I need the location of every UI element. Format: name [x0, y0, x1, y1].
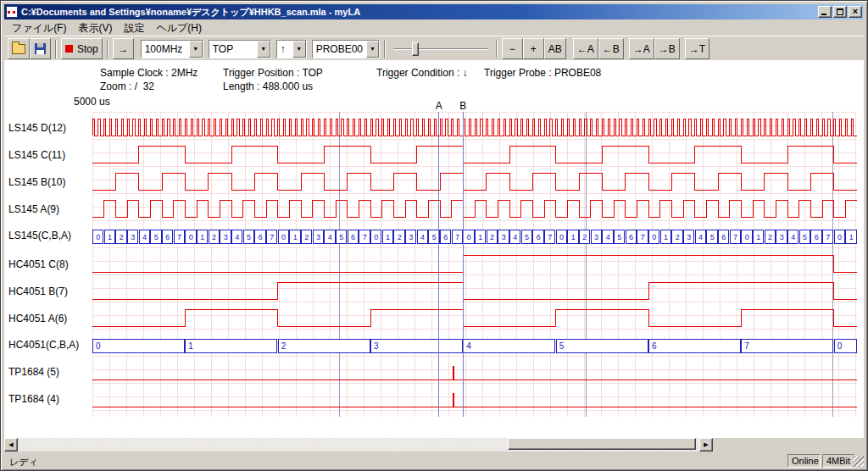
set-cursor-b-button[interactable]: →B — [654, 38, 680, 59]
bus-cell-value: 7 — [826, 233, 830, 241]
bus-cell — [556, 339, 648, 352]
bus-cell — [371, 339, 463, 352]
goto-trigger-button[interactable]: →T — [685, 38, 709, 59]
bus-cell — [649, 339, 741, 352]
title-bar[interactable]: C:¥Documents and Settings¥noname¥デスクトップ¥… — [4, 4, 864, 19]
bus-cell-value: 5 — [803, 233, 807, 241]
bus-cell-value: 1 — [386, 233, 390, 241]
bus-cell-value: 3 — [409, 233, 413, 241]
open-folder-icon — [12, 44, 25, 54]
bus-cell-value: 5 — [339, 233, 343, 241]
bus-cell-value: 2 — [398, 233, 402, 241]
channel-label: LS145 C(11) — [8, 149, 65, 161]
bus-cell-value: 7 — [363, 233, 367, 241]
bus-cell-value: 1 — [200, 233, 204, 241]
trigger-edge-select[interactable]: ↑ ▼ — [276, 40, 307, 58]
sample-clock-select[interactable]: 100MHz ▼ — [141, 40, 203, 58]
waveform-trace — [92, 282, 857, 299]
sample-clock-value: 100MHz — [142, 41, 186, 58]
bus-cell-value: 2 — [281, 341, 287, 351]
bus-cell-value: 3 — [594, 233, 598, 241]
channel-label: HC4051 C(8) — [8, 258, 69, 270]
channel-label: TP1684 (5) — [8, 366, 59, 378]
open-button[interactable] — [8, 38, 30, 59]
bus-cell-value: 3 — [687, 233, 691, 241]
chevron-down-icon[interactable]: ▼ — [292, 41, 306, 58]
bus-cell-value: 6 — [443, 233, 448, 241]
trigger-position-value: TOP — [209, 41, 236, 58]
bus-cell-value: 7 — [733, 233, 737, 241]
set-cursor-a-button[interactable]: →A — [629, 38, 654, 59]
chevron-down-icon[interactable]: ▼ — [189, 41, 203, 58]
cursor-a-label[interactable]: A — [436, 100, 442, 112]
goto-cursor-a-button[interactable]: ←A — [573, 38, 598, 59]
bus-cell-value: 7 — [270, 233, 274, 241]
status-memory-badge: 4MBit — [822, 454, 855, 468]
waveform-trace — [92, 119, 857, 136]
trigger-position-select[interactable]: TOP ▼ — [209, 40, 271, 58]
bus-cell-value: 6 — [537, 233, 541, 241]
menu-help[interactable]: ヘルプ(H) — [150, 20, 208, 36]
bus-cell-value: 5 — [710, 233, 715, 241]
scroll-left-icon[interactable]: ◀ — [4, 438, 18, 452]
menu-bar: ファイル(F) 表示(V) 設定 ヘルプ(H) — [4, 20, 864, 36]
run-button[interactable]: → — [113, 38, 134, 59]
zoom-in-button[interactable]: + — [523, 38, 544, 59]
zoom-out-button[interactable]: − — [502, 38, 523, 59]
goto-cursor-b-button[interactable]: ←B — [598, 38, 624, 59]
bus-cell-value: 4 — [606, 233, 610, 241]
maximize-icon — [837, 8, 843, 15]
status-ready-text: レディ — [9, 456, 38, 468]
maximize-button[interactable] — [833, 6, 847, 18]
scrollbar-thumb[interactable] — [508, 438, 696, 450]
bus-cell-value: 3 — [374, 341, 379, 351]
horizontal-scrollbar[interactable]: ◀ ▶ — [4, 438, 713, 452]
stop-button[interactable]: Stop — [61, 38, 103, 59]
channel-label: LS145(C,B,A) — [8, 230, 71, 241]
bus-cell-value: 3 — [316, 233, 320, 241]
bus-cell-value: 4 — [235, 233, 239, 241]
menu-settings[interactable]: 設定 — [118, 20, 150, 36]
zoom-info: Zoom : / 32 — [100, 80, 154, 92]
bus-cell-value: 3 — [224, 233, 228, 241]
cursor-b-label[interactable]: B — [459, 100, 466, 112]
close-button[interactable]: × — [849, 6, 862, 18]
bus-cell-value: 5 — [559, 341, 565, 351]
chevron-down-icon[interactable]: ▼ — [366, 41, 379, 58]
bus-cell-value: 3 — [780, 233, 784, 241]
bus-cell-value: 6 — [351, 233, 355, 241]
bus-cell-value: 4 — [513, 233, 517, 241]
zoom-slider-track — [393, 48, 488, 50]
channel-label: LS145 B(10) — [8, 176, 65, 188]
ab-range-button[interactable]: AB — [544, 38, 566, 59]
minimize-icon — [821, 14, 826, 15]
scroll-right-icon[interactable]: ▶ — [699, 438, 713, 452]
bus-cell-value: 1 — [849, 233, 854, 241]
bus-cell-value: 1 — [478, 233, 482, 241]
resize-grip[interactable] — [853, 456, 864, 467]
scrollbar-track[interactable] — [18, 438, 699, 452]
chevron-down-icon[interactable]: ▼ — [257, 41, 270, 58]
bus-cell-value: 7 — [641, 233, 645, 241]
save-button[interactable] — [30, 38, 51, 59]
menu-view[interactable]: 表示(V) — [72, 20, 118, 36]
bus-cell-value: 1 — [293, 233, 298, 241]
waveform-plot[interactable]: 0123456701234567012345670123456701234567… — [92, 112, 857, 417]
minimize-button[interactable] — [818, 6, 832, 18]
bus-cell-value: 2 — [490, 233, 494, 241]
toolbar: Stop → 100MHz ▼ TOP ▼ ↑ ▼ PROBE00 ▼ − + — [4, 36, 864, 61]
bus-cell-value: 5 — [525, 233, 529, 241]
trigger-probe-select[interactable]: PROBE00 ▼ — [312, 40, 380, 58]
stop-label: Stop — [77, 43, 98, 55]
run-arrow-icon: → — [118, 43, 128, 55]
menu-file[interactable]: ファイル(F) — [6, 20, 72, 36]
bus-cell-value: 0 — [837, 233, 842, 241]
zoom-slider-handle[interactable] — [412, 42, 419, 56]
trigger-edge-value: ↑ — [277, 41, 289, 58]
waveform-panel: Sample Clock : 2MHz Trigger Position : T… — [4, 60, 864, 438]
zoom-slider[interactable] — [393, 40, 488, 58]
app-icon — [6, 6, 18, 18]
channel-label: HC4051(C,B,A) — [8, 339, 79, 351]
channel-label: HC4051 A(6) — [8, 313, 67, 324]
bus-cell-value: 6 — [259, 233, 263, 241]
